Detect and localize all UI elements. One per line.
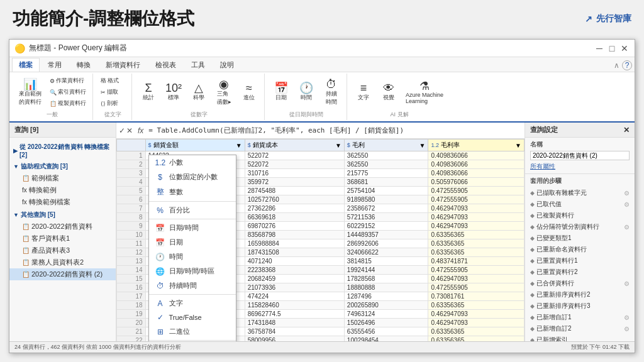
step-settings-icon[interactable]: ⚙	[624, 326, 630, 332]
btn-parse[interactable]: ⟨⟩ 剖析	[98, 98, 121, 109]
menu-datetime[interactable]: 📅 日期/時間	[149, 221, 236, 235]
step-item[interactable]: ◆ 已重新命名資料行	[530, 244, 630, 255]
col-header-margin[interactable]: 1.2 毛利率 ▼	[428, 140, 525, 151]
query-group-3: ▼ 其他查詢 [5] 📋 2020-2022銷售資料 📋 客戶資料表1	[9, 209, 116, 280]
query-item-sales2[interactable]: 📋 2020-2022銷售資料 (2)	[9, 268, 116, 280]
query-panel-content[interactable]: ▶ 從 2020-2022銷售資料 轉換檔案 [2] ▼ 協助程式查詢 [3] …	[9, 138, 116, 341]
menu-datetimezone[interactable]: 🌐 日期/時間/時區	[149, 264, 236, 278]
table-cell: 18880888	[344, 283, 428, 292]
menu-percent[interactable]: % 百分比	[149, 203, 236, 217]
step-item[interactable]: ◆ 已新增索引	[530, 334, 630, 341]
btn-text2[interactable]: ≡ 文字	[352, 80, 375, 104]
row-num-cell: 10	[117, 231, 146, 239]
btn-from-example[interactable]: 📊 來自範例的資料行	[16, 77, 45, 108]
query-item-example[interactable]: 📋 範例檔案	[9, 172, 116, 184]
minimize-button[interactable]: ─	[594, 43, 604, 53]
data-table-wrapper[interactable]: $ 銷貨金額 ▼ 1.2 小數	[116, 139, 525, 341]
col-filter-icon-margin[interactable]: ▼	[515, 142, 521, 149]
menu-integer-label: 整數	[169, 187, 183, 197]
query-item-product[interactable]: 📋 產品資料表3	[9, 244, 116, 256]
step-item[interactable]: ◆ 佔分隔符號分割資料行 ⚙	[530, 221, 630, 233]
btn-format[interactable]: 格 格式	[98, 75, 121, 86]
btn-science[interactable]: △ 科學	[187, 80, 210, 104]
menu-truefalse-label: True/False	[169, 314, 202, 321]
query-item-customer[interactable]: 📋 客戶資料表1	[9, 233, 116, 244]
step-item[interactable]: ◆ 已取代值 ⚙	[530, 199, 630, 210]
btn-standard[interactable]: 10² 標準	[162, 80, 185, 104]
menu-truefalse[interactable]: ✓ True/False	[149, 310, 236, 324]
btn-time[interactable]: 🕐 時間	[295, 80, 318, 104]
btn-custom-col-label: 作業資料行	[56, 77, 84, 85]
close-button[interactable]: ✕	[619, 43, 630, 53]
step-item[interactable]: ◆ 已新增自訂1 ⚙	[530, 312, 630, 323]
query-name-input[interactable]	[530, 151, 630, 160]
query-group-header-1[interactable]: ▶ 從 2020-2022銷售資料 轉換檔案 [2]	[9, 141, 116, 160]
step-item[interactable]: ◆ 已新增自訂2 ⚙	[530, 323, 630, 334]
btn-extract[interactable]: ✂ 擷取	[98, 87, 121, 97]
btn-stats[interactable]: Σ 統計	[137, 80, 160, 104]
check-icon[interactable]: ✓	[119, 126, 125, 135]
tab-tools[interactable]: 工具	[184, 58, 212, 72]
step-item[interactable]: ◆ 已重置資料行2	[530, 266, 630, 278]
menu-binary[interactable]: ⊞ 二進位	[149, 324, 236, 339]
step-item[interactable]: ◆ 已重新排序資料行2	[530, 289, 630, 300]
tab-transform[interactable]: 轉換	[70, 58, 97, 72]
step-item[interactable]: ◆ 已重置資料行1	[530, 255, 630, 266]
menu-date[interactable]: 📅 日期	[149, 235, 236, 250]
ribbon-tabs: 檔案 常用 轉換 新增資料行 檢視表 工具 說明 ∧ ?	[9, 57, 635, 72]
tab-home[interactable]: 檔案	[12, 58, 40, 72]
restore-button[interactable]: □	[607, 43, 617, 53]
btn-trig[interactable]: ◉ 三角函數▸	[213, 77, 235, 108]
menu-text[interactable]: A 文字	[149, 296, 236, 310]
step-settings-icon[interactable]: ⚙	[624, 314, 630, 321]
tab-common[interactable]: 常用	[41, 58, 69, 72]
btn-duration[interactable]: ⏱ 持續時間	[320, 77, 343, 108]
question-icon[interactable]: ?	[622, 60, 632, 70]
menu-integer[interactable]: 整 整數	[149, 184, 236, 200]
step-item[interactable]: ◆ 已複製資料行	[530, 210, 630, 221]
tab-help[interactable]: 說明	[213, 58, 241, 72]
menu-duration[interactable]: ⏱ 持續時間	[149, 278, 236, 293]
all-properties-link[interactable]: 所有屬性	[530, 163, 555, 170]
col-header-profit[interactable]: $ 毛利 ▼	[344, 140, 428, 151]
col-type-icon-cost: $	[248, 142, 251, 148]
btn-custom-col[interactable]: ⚙ 作業資料行	[47, 75, 89, 86]
step-settings-icon[interactable]: ⚙	[624, 190, 630, 197]
query-group-2: ▼ 協助程式查詢 [3] 📋 範例檔案 fx 轉換範例 fx	[9, 161, 116, 208]
query-group-header-2[interactable]: ▼ 協助程式查詢 [3]	[9, 161, 116, 172]
step-item[interactable]: ◆ 已擷取有雜糅字元 ⚙	[530, 187, 630, 199]
menu-decimal[interactable]: 1.2 小數	[149, 155, 236, 170]
step-settings-icon[interactable]: ⚙	[624, 280, 630, 287]
col-filter-icon-profit[interactable]: ▼	[419, 142, 426, 149]
btn-ai[interactable]: ⚗ Azure MachineLearning	[402, 79, 447, 106]
btn-copy-col[interactable]: 📋 複製資料行	[47, 98, 89, 109]
btn-view2[interactable]: 👁 視覺	[377, 80, 400, 104]
col-name-cost: 銷貨成本	[253, 141, 278, 150]
menu-time[interactable]: 🕐 時間	[149, 250, 236, 264]
btn-date[interactable]: 📅 日期	[270, 80, 292, 104]
table-cell: 0.409836066	[428, 151, 525, 160]
table-cell: 362550	[344, 160, 428, 169]
tab-view[interactable]: 檢視表	[148, 58, 183, 72]
query-item-staff[interactable]: 📋 業務人員資料表2	[9, 256, 116, 268]
step-settings-icon[interactable]: ⚙	[624, 201, 630, 208]
cancel-formula-icon[interactable]: ✕	[126, 126, 133, 135]
btn-rounding[interactable]: ≈ 進位	[238, 80, 260, 104]
step-item[interactable]: ◆ 已重新排序資料行3	[530, 300, 630, 312]
step-settings-icon[interactable]: ⚙	[624, 224, 630, 231]
tab-add-column[interactable]: 新增資料行	[99, 58, 147, 72]
col-header-sales[interactable]: $ 銷貨金額 ▼ 1.2 小數	[145, 140, 245, 151]
btn-index-col[interactable]: 🔍 索引資料行	[47, 87, 89, 97]
query-item-transform[interactable]: fx 轉換範例	[9, 184, 116, 196]
query-item-sales[interactable]: 📋 2020-2022銷售資料	[9, 221, 116, 233]
close-right-panel-icon[interactable]: ✕	[623, 126, 630, 134]
col-filter-icon-sales[interactable]: ▼	[236, 142, 242, 149]
col-header-cost[interactable]: $ 銷貨成本 ▼	[245, 140, 344, 151]
menu-fixed-decimal[interactable]: $ 位數固定的小數	[149, 170, 236, 184]
step-item[interactable]: ◆ 已合併資料行 ⚙	[530, 278, 630, 289]
formula-input[interactable]	[148, 126, 522, 134]
col-filter-icon-cost[interactable]: ▼	[335, 142, 341, 149]
step-item[interactable]: ◆ 已變更類型1	[530, 233, 630, 244]
query-item-transform-file[interactable]: fx 轉換範例檔案	[9, 196, 116, 208]
query-group-header-3[interactable]: ▼ 其他查詢 [5]	[9, 209, 116, 221]
